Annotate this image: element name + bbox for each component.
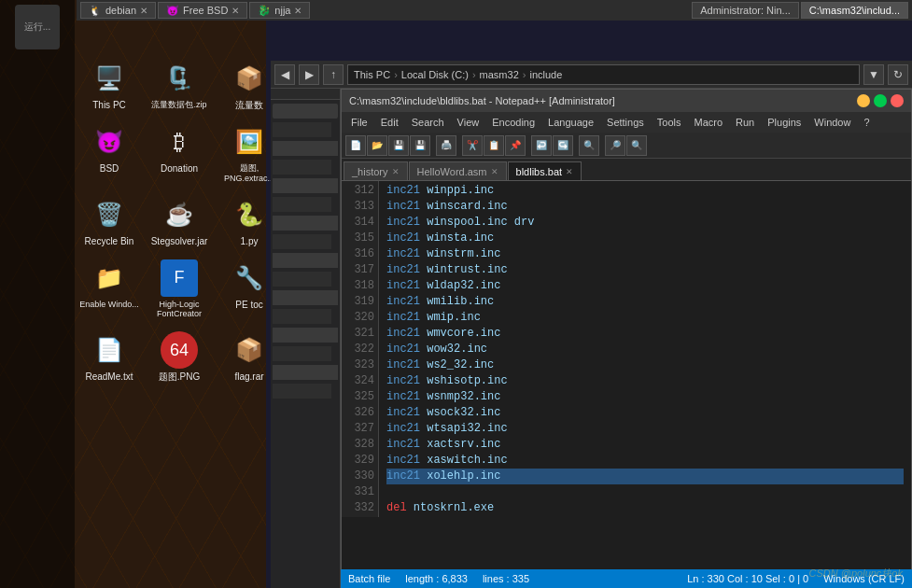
taskbar-tab-freebsd[interactable]: 😈 Free BSD ✕ [158, 2, 247, 19]
tb-paste[interactable]: 📌 [505, 135, 526, 156]
addr-sep-1: › [394, 69, 398, 80]
menu-plugins[interactable]: Plugins [762, 115, 807, 130]
folder-item[interactable] [273, 272, 331, 287]
toolbar: 📄 📂 💾 💾 🖨️ ✂️ 📋 📌 ↩️ ↪️ 🔍 🔎 🔍 [342, 133, 911, 159]
menu-language[interactable]: Language [542, 115, 599, 130]
folder-item[interactable] [273, 290, 338, 305]
desktop-icon-this-pc[interactable]: 🖥️ This PC [77, 56, 142, 115]
folder-item[interactable] [273, 160, 331, 175]
folder-sidebar [271, 81, 341, 588]
menu-file[interactable]: File [345, 115, 373, 130]
tb-cut[interactable]: ✂️ [462, 135, 483, 156]
menu-tools[interactable]: Tools [652, 115, 687, 130]
code-line: inc21 winspool.inc drv [386, 215, 904, 231]
tb-save[interactable]: 💾 [388, 135, 409, 156]
desktop-icon-recycle[interactable]: 🗑️ Recycle Bin [77, 192, 142, 251]
desktop-icon-enable-windo[interactable]: 📁 Enable Windo... [77, 256, 142, 324]
close-history-icon[interactable]: ✕ [392, 167, 400, 176]
menu-encoding[interactable]: Encoding [486, 115, 540, 130]
menu-window[interactable]: Window [808, 115, 856, 130]
close-freebsd-icon[interactable]: ✕ [232, 6, 239, 16]
folder-item[interactable] [273, 104, 338, 119]
line-number: 319 [345, 294, 374, 310]
desktop-icon-zip[interactable]: 🗜️ 流量数据包.zip [147, 56, 212, 115]
folder-item[interactable] [273, 328, 338, 343]
highlogic-icon: F [161, 259, 198, 297]
code-line: inc21 wshisotp.inc [386, 373, 904, 389]
editor-tab-history[interactable]: _history ✕ [344, 161, 408, 180]
minimize-button[interactable] [857, 94, 870, 107]
menu-run[interactable]: Run [730, 115, 760, 130]
maximize-button[interactable] [874, 94, 887, 107]
taskbar-run[interactable]: 运行... [5, 5, 70, 52]
breadcrumb-localdisk: Local Disk (C:) [401, 69, 469, 80]
line-number: 318 [345, 278, 374, 294]
menu-edit[interactable]: Edit [375, 115, 404, 130]
tb-zoom-out[interactable]: 🔍 [626, 135, 647, 156]
editor-tab-bldlibs[interactable]: bldlibs.bat ✕ [508, 161, 582, 180]
tb-find[interactable]: 🔍 [579, 135, 599, 156]
menu-bar: File Edit Search View Encoding Language … [342, 112, 911, 133]
address-breadcrumb[interactable]: This PC › Local Disk (C:) › masm32 › inc… [347, 64, 860, 85]
close-debian-icon[interactable]: ✕ [140, 6, 147, 16]
flagrar-icon: 📦 [231, 331, 268, 369]
desktop-icon-readme[interactable]: 📄 ReadMe.txt [77, 328, 142, 386]
code-line: inc21 winppi.inc [386, 183, 904, 199]
tb-print[interactable]: 🖨️ [436, 135, 456, 156]
close-njja-icon[interactable]: ✕ [294, 6, 302, 16]
folder-item[interactable] [273, 346, 331, 361]
folder-tree [271, 100, 340, 404]
tb-undo[interactable]: ↩️ [531, 135, 552, 156]
folder-item[interactable] [273, 216, 338, 231]
code-content[interactable]: inc21 winppi.incinc21 winscard.incinc21 … [379, 181, 911, 517]
editor-tab-helloword[interactable]: HelloWord.asm ✕ [409, 161, 507, 180]
close-button[interactable] [891, 94, 904, 107]
desktop-icon-tujpng[interactable]: 64 题图.PNG [147, 328, 212, 386]
tujpng-icon: 64 [161, 331, 198, 369]
status-position: Ln : 330 Col : 10 Sel : 0 | 0 [687, 573, 808, 584]
taskbar-tab-cmasminclude[interactable]: C:\masm32\includ... [801, 2, 908, 19]
code-line: inc21 winscard.inc [386, 199, 904, 215]
tb-open[interactable]: 📂 [367, 135, 387, 156]
menu-search[interactable]: Search [406, 115, 450, 130]
tb-zoom-in[interactable]: 🔎 [605, 135, 625, 156]
nav-back-button[interactable]: ◀ [274, 64, 295, 85]
tb-new[interactable]: 📄 [345, 135, 366, 156]
tb-saveall[interactable]: 💾 [410, 135, 430, 156]
menu-view[interactable]: View [452, 115, 485, 130]
tb-copy[interactable]: 📋 [484, 135, 504, 156]
folder-item[interactable] [273, 384, 331, 399]
petool-icon: 🔧 [231, 259, 268, 297]
desktop-icon-donation[interactable]: ₿ Donation [147, 119, 212, 188]
folder-item[interactable] [273, 365, 338, 380]
desktop-icon-stegsolver[interactable]: ☕ Stegsolver.jar [147, 192, 212, 251]
desktop-icon-highlogic[interactable]: F High-Logic FontCreator [147, 256, 212, 324]
addr-sep-2: › [472, 69, 476, 80]
folder-item[interactable] [273, 178, 338, 193]
code-line: inc21 wtsapi32.inc [386, 421, 904, 437]
taskbar-tab-admin[interactable]: Administrator: Nin... [692, 2, 799, 19]
code-line: inc21 xactsrv.inc [386, 437, 904, 453]
folder-item[interactable] [273, 141, 338, 156]
taskbar-tab-njja[interactable]: 🐉 njja ✕ [249, 2, 310, 19]
line-number: 324 [345, 373, 374, 389]
folder-item[interactable] [273, 253, 338, 268]
menu-macro[interactable]: Macro [688, 115, 728, 130]
menu-settings[interactable]: Settings [601, 115, 650, 130]
close-helloword-icon[interactable]: ✕ [491, 167, 498, 176]
code-line: inc21 wmilib.inc [386, 294, 904, 310]
folder-item[interactable] [273, 197, 331, 212]
nav-forward-button[interactable]: ▶ [299, 64, 319, 85]
desktop-icon-bsd[interactable]: 😈 BSD [77, 119, 142, 188]
folder-item[interactable] [273, 309, 331, 324]
addr-dropdown-button[interactable]: ▼ [863, 64, 884, 85]
editor-tabs-bar: _history ✕ HelloWord.asm ✕ bldlibs.bat ✕ [342, 159, 911, 181]
nav-up-button[interactable]: ↑ [323, 64, 344, 85]
addr-refresh-button[interactable]: ↻ [888, 64, 908, 85]
taskbar-tab-debian[interactable]: 🐧 debian ✕ [80, 2, 156, 19]
tb-redo[interactable]: ↪️ [553, 135, 573, 156]
folder-item[interactable] [273, 234, 331, 249]
menu-help[interactable]: ? [858, 115, 875, 130]
folder-item[interactable] [273, 122, 331, 137]
close-bldlibs-icon[interactable]: ✕ [566, 167, 573, 176]
